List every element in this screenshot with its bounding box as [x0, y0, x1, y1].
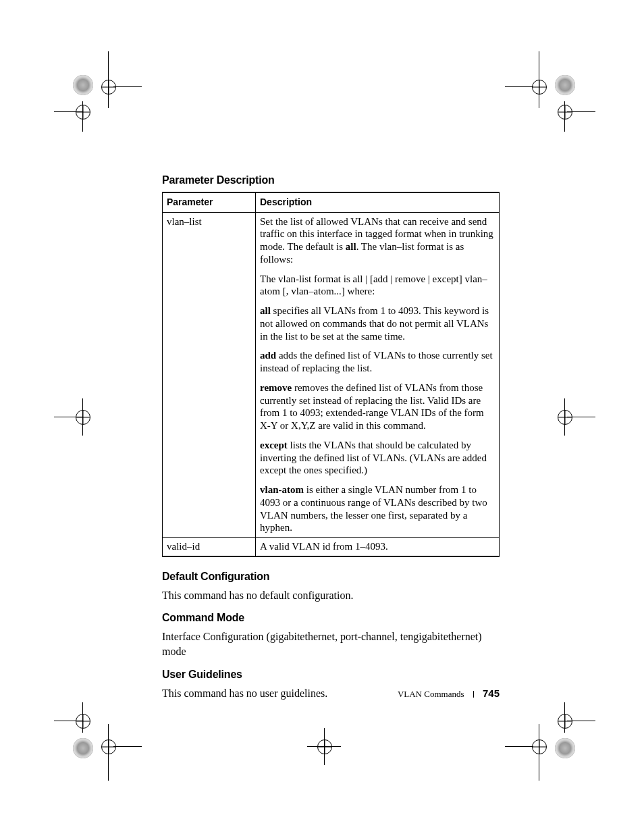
text-default-configuration: This command has no default configuratio… — [162, 588, 500, 603]
heading-user-guidelines: User Guidelines — [162, 669, 500, 681]
table-header-description: Description — [256, 192, 500, 212]
heading-default-configuration: Default Configuration — [162, 571, 500, 583]
cell-desc: Set the list of allowed VLANs that can r… — [256, 212, 500, 538]
heading-command-mode: Command Mode — [162, 612, 500, 624]
footer-page-number: 745 — [483, 687, 500, 699]
heading-parameter-description: Parameter Description — [162, 174, 500, 186]
parameter-table: Parameter Description vlan–list Set the … — [162, 192, 500, 557]
table-header-parameter: Parameter — [163, 192, 256, 212]
page-content: Parameter Description Parameter Descript… — [162, 174, 500, 710]
text-command-mode: Interface Configuration (gigabitethernet… — [162, 629, 500, 658]
footer-section: VLAN Commands — [398, 689, 464, 699]
footer-separator — [473, 691, 474, 698]
cell-desc: A valid VLAN id from 1–4093. — [256, 538, 500, 556]
cell-param: vlan–list — [163, 212, 256, 538]
table-row: vlan–list Set the list of allowed VLANs … — [163, 212, 500, 538]
cell-param: valid–id — [163, 538, 256, 556]
page-footer: VLAN Commands 745 — [162, 687, 500, 700]
table-row: valid–id A valid VLAN id from 1–4093. — [163, 538, 500, 556]
